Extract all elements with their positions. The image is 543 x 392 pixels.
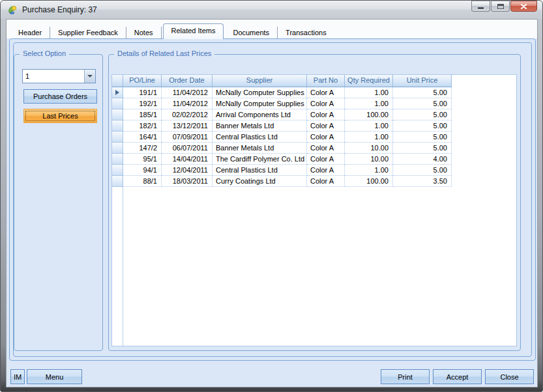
cell-part-no[interactable]: Color A [307,109,345,120]
cell-unit-price[interactable]: 3.50 [393,176,452,187]
cell-po-line[interactable]: 94/1 [123,165,162,176]
cell-order-date[interactable]: 11/04/2012 [162,98,213,109]
im-button[interactable]: IM [10,369,25,384]
cell-po-line[interactable]: 182/1 [123,120,162,132]
cell-order-date[interactable]: 12/04/2011 [162,165,213,176]
cell-qty-required[interactable]: 100.00 [345,109,393,120]
option-combobox-dropdown-button[interactable] [84,70,95,83]
row-selector[interactable] [112,176,123,187]
purchase-orders-button[interactable]: Purchase Orders [23,89,97,104]
cell-part-no[interactable]: Color A [307,132,345,143]
tab-notes[interactable]: Notes [126,27,162,39]
table-row[interactable]: 147/2 06/07/2011 Banner Metals Ltd Color… [112,143,516,154]
cell-part-no[interactable]: Color A [307,120,345,132]
row-selector[interactable] [112,132,123,143]
cell-supplier[interactable]: Curry Coatings Ltd [213,176,307,187]
cell-unit-price[interactable]: 5.00 [393,120,452,132]
table-row[interactable]: 95/1 14/04/2011 The Cardiff Polymer Co. … [112,154,516,165]
cell-po-line[interactable]: 95/1 [123,154,162,165]
table-row[interactable]: 192/1 11/04/2012 McNally Computer Suppli… [112,98,516,109]
cell-supplier[interactable]: Banner Metals Ltd [213,120,307,132]
table-row[interactable]: 185/1 02/02/2012 Arrival Components Ltd … [112,109,516,120]
column-header-order-date[interactable]: Order Date [162,75,213,87]
close-form-button[interactable]: Close [485,369,534,384]
cell-po-line[interactable]: 191/1 [123,87,162,98]
row-selector[interactable] [112,120,123,132]
cell-supplier[interactable]: Central Plastics Ltd [213,132,307,143]
cell-unit-price[interactable]: 5.00 [393,132,452,143]
title-bar[interactable]: Purchase Enquiry: 37 [1,1,542,18]
cell-unit-price[interactable]: 5.00 [393,165,452,176]
cell-order-date[interactable]: 07/09/2011 [162,132,213,143]
cell-qty-required[interactable]: 1.00 [345,132,393,143]
tab-related-items[interactable]: Related Items [163,23,224,39]
cell-unit-price[interactable]: 4.00 [393,154,452,165]
column-header-po-line[interactable]: PO/Line [123,75,162,87]
row-selector[interactable] [112,87,123,98]
cell-po-line[interactable]: 164/1 [123,132,162,143]
table-row[interactable]: 88/1 18/03/2011 Curry Coatings Ltd Color… [112,176,516,187]
option-combobox[interactable]: 1 [22,69,96,83]
cell-order-date[interactable]: 11/04/2012 [162,87,213,98]
accept-button[interactable]: Accept [433,369,482,384]
cell-qty-required[interactable]: 10.00 [345,143,393,154]
column-header-part-no[interactable]: Part No [307,75,345,87]
cell-qty-required[interactable]: 1.00 [345,87,393,98]
table-row[interactable]: 182/1 13/12/2011 Banner Metals Ltd Color… [112,120,516,132]
cell-qty-required[interactable]: 1.00 [345,120,393,132]
column-header-qty-required[interactable]: Qty Required [345,75,393,87]
row-selector[interactable] [112,143,123,154]
minimize-button[interactable] [471,1,490,12]
cell-order-date[interactable]: 14/04/2011 [162,154,213,165]
cell-unit-price[interactable]: 5.00 [393,143,452,154]
tab-documents[interactable]: Documents [225,27,278,39]
cell-supplier[interactable]: Arrival Components Ltd [213,109,307,120]
tab-transactions[interactable]: Transactions [278,27,334,39]
cell-supplier[interactable]: McNally Computer Supplies [213,87,307,98]
cell-unit-price[interactable]: 5.00 [393,87,452,98]
cell-order-date[interactable]: 13/12/2011 [162,120,213,132]
cell-po-line[interactable]: 192/1 [123,98,162,109]
row-selector[interactable] [112,154,123,165]
row-selector[interactable] [112,98,123,109]
cell-unit-price[interactable]: 5.00 [393,98,452,109]
cell-supplier[interactable]: Central Plastics Ltd [213,165,307,176]
cell-supplier[interactable]: Banner Metals Ltd [213,143,307,154]
cell-order-date[interactable]: 18/03/2011 [162,176,213,187]
maximize-button[interactable] [491,1,510,12]
cell-part-no[interactable]: Color A [307,176,345,187]
print-button[interactable]: Print [381,369,430,384]
table-row[interactable]: 164/1 07/09/2011 Central Plastics Ltd Co… [112,132,516,143]
cell-po-line[interactable]: 147/2 [123,143,162,154]
cell-qty-required[interactable]: 1.00 [345,165,393,176]
cell-part-no[interactable]: Color A [307,87,345,98]
cell-supplier[interactable]: McNally Computer Supplies [213,98,307,109]
minimize-icon [478,7,484,9]
table-row[interactable]: 191/1 11/04/2012 McNally Computer Suppli… [112,87,516,98]
cell-part-no[interactable]: Color A [307,165,345,176]
last-prices-button[interactable]: Last Prices [23,109,97,123]
column-header-supplier[interactable]: Supplier [213,75,307,87]
cell-part-no[interactable]: Color A [307,143,345,154]
tab-header[interactable]: Header [10,27,50,39]
cell-qty-required[interactable]: 1.00 [345,98,393,109]
cell-po-line[interactable]: 185/1 [123,109,162,120]
cell-qty-required[interactable]: 100.00 [345,176,393,187]
cell-po-line[interactable]: 88/1 [123,176,162,187]
column-header-unit-price[interactable]: Unit Price [393,75,452,87]
cell-part-no[interactable]: Color A [307,98,345,109]
cell-supplier[interactable]: The Cardiff Polymer Co. Ltd [213,154,307,165]
cell-unit-price[interactable]: 5.00 [393,109,452,120]
row-selector[interactable] [112,165,123,176]
close-button[interactable] [510,1,537,12]
cell-order-date[interactable]: 02/02/2012 [162,109,213,120]
tab-supplier-feedback[interactable]: Supplier Feedback [50,27,126,39]
cell-order-date[interactable]: 06/07/2011 [162,143,213,154]
row-selector[interactable] [112,109,123,120]
table-row[interactable]: 94/1 12/04/2011 Central Plastics Ltd Col… [112,165,516,176]
grid-corner-cell [112,75,123,87]
cell-qty-required[interactable]: 10.00 [345,154,393,165]
related-prices-grid[interactable]: PO/Line Order Date Supplier Part No Qty … [111,74,517,346]
cell-part-no[interactable]: Color A [307,154,345,165]
menu-button[interactable]: Menu [27,369,82,384]
